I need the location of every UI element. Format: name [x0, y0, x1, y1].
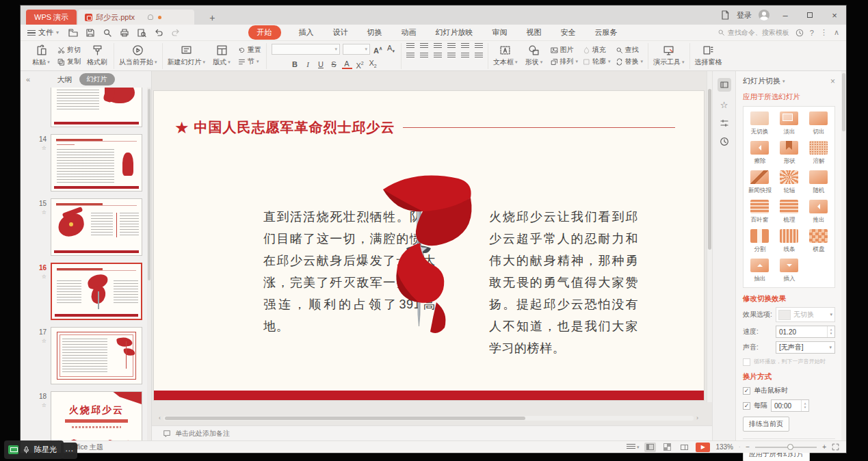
scrollbar-thumb[interactable]	[842, 73, 845, 131]
view-reading-button[interactable]	[679, 443, 690, 452]
effect-insert[interactable]: 插入	[774, 259, 804, 283]
text-direction-icon[interactable]	[475, 43, 483, 49]
chevron-down-icon[interactable]: ▾	[782, 79, 785, 84]
effect-pull[interactable]: 抽出	[745, 259, 774, 283]
decrease-indent-icon[interactable]	[434, 43, 442, 49]
cut-button[interactable]: 剪切	[57, 45, 81, 55]
tab-slideshow[interactable]: 幻灯片放映	[434, 25, 475, 40]
auto-advance-checkbox[interactable]: ✓	[743, 402, 750, 410]
textbox-button[interactable]: 文本框▾	[493, 44, 518, 67]
arrange-button[interactable]: 排列▾	[551, 57, 579, 66]
paste-button[interactable]: 粘贴▾	[29, 44, 53, 67]
section-button[interactable]: 节▾	[238, 57, 261, 66]
login-label[interactable]: 登录	[737, 10, 752, 21]
effect-blinds[interactable]: 百叶窗	[745, 200, 774, 224]
command-search[interactable]: 查找命令、搜索模板	[718, 28, 789, 38]
scrollbar-track[interactable]	[163, 416, 694, 421]
document-icon[interactable]	[720, 10, 730, 20]
effect-lines[interactable]: 线条	[774, 229, 804, 254]
slideshow-button[interactable]: ▶	[696, 443, 710, 452]
file-menu[interactable]: 文件 ▾	[27, 27, 59, 38]
pane-transition-icon[interactable]	[718, 78, 731, 92]
panel-scrollbar[interactable]	[841, 71, 846, 440]
tab-insert[interactable]: 插入	[298, 25, 315, 40]
maximize-button[interactable]	[801, 6, 819, 24]
scrollbar-thumb[interactable]	[165, 417, 525, 420]
tab-review[interactable]: 审阅	[491, 25, 509, 40]
effect-shape[interactable]: 形状	[774, 141, 804, 166]
pane-animation-icon[interactable]: ☆	[720, 101, 728, 109]
increase-font-button[interactable]: A∧	[373, 44, 383, 55]
find-button[interactable]: 查找	[616, 45, 644, 55]
fill-button[interactable]: 填充	[583, 45, 611, 55]
align-left-icon[interactable]	[406, 53, 415, 59]
more-menu-icon[interactable]: ⋮	[820, 28, 828, 37]
print-icon[interactable]	[120, 28, 129, 38]
tab-home[interactable]: 开始	[248, 25, 281, 40]
slides-tab[interactable]: 幻灯片	[79, 73, 115, 85]
on-click-checkbox[interactable]: ✓	[743, 387, 750, 395]
notes-toggle-button[interactable]: ▾	[627, 444, 640, 450]
vertical-scrollbar[interactable]	[707, 71, 712, 402]
increase-indent-icon[interactable]	[447, 43, 456, 49]
fit-screen-icon[interactable]	[832, 443, 839, 451]
outline-tab[interactable]: 大纲	[57, 75, 73, 85]
red-flag-sword-image[interactable]	[356, 168, 482, 345]
effect-wheel[interactable]: 轮辐	[774, 170, 804, 195]
shapes-button[interactable]: 形状▾	[523, 44, 546, 67]
tab-design[interactable]: 设计	[332, 25, 350, 40]
collapse-ribbon-icon[interactable]: ∧	[834, 28, 839, 37]
slide-thumbnail-15[interactable]	[51, 198, 142, 256]
spinner[interactable]: ∧▾	[801, 400, 808, 411]
effect-wipe[interactable]: 擦除	[745, 141, 774, 166]
panel-close-icon[interactable]: ×	[830, 77, 835, 86]
zoom-slider-knob[interactable]	[787, 444, 793, 450]
close-button[interactable]: ×	[826, 6, 843, 24]
align-right-icon[interactable]	[434, 53, 442, 59]
justify-icon[interactable]	[447, 53, 456, 59]
distribute-icon[interactable]	[461, 53, 469, 59]
new-slide-button[interactable]: 新建幻灯片▾	[168, 44, 206, 67]
avatar[interactable]	[759, 10, 770, 21]
spinner[interactable]: ∧▾	[827, 326, 834, 337]
slide-thumbnail-17[interactable]	[51, 327, 142, 384]
pane-history-icon[interactable]	[720, 137, 729, 146]
rehearse-button[interactable]: 排练当前页	[743, 417, 789, 432]
start-from-current-button[interactable]: 从当前开始▾	[119, 44, 157, 67]
zoom-out-button[interactable]: −	[746, 443, 750, 451]
selection-pane-button[interactable]: 选择窗格	[695, 44, 722, 67]
effect-newsflash[interactable]: 新闻快报	[745, 170, 774, 195]
slide-title[interactable]: 中国人民志愿军革命烈士邱少云	[194, 118, 395, 137]
slides-panel-scrollbar[interactable]	[147, 88, 151, 440]
sound-select[interactable]: [无声音] ▾	[776, 341, 835, 354]
overlay-more-button[interactable]: ⋯	[61, 443, 77, 459]
new-tab-button[interactable]: +	[204, 12, 220, 25]
layout-button[interactable]: 版式▾	[210, 44, 233, 67]
view-sorter-button[interactable]	[661, 443, 673, 452]
undo-icon[interactable]	[154, 28, 163, 38]
copy-button[interactable]: 复制	[57, 57, 81, 66]
effect-push[interactable]: 推出	[804, 200, 833, 224]
scroll-left-icon[interactable]: ‹	[159, 414, 161, 421]
font-size-combo[interactable]: ▾	[343, 44, 370, 55]
effect-fade[interactable]: 淡出	[774, 111, 804, 136]
font-family-combo[interactable]: ▾	[272, 44, 340, 55]
zoom-slider[interactable]	[755, 447, 817, 448]
redo-icon[interactable]	[171, 28, 181, 38]
subscript-button[interactable]: X2	[368, 58, 378, 71]
document-tab[interactable]: 邱少云.pptx	[78, 10, 194, 25]
view-normal-button[interactable]	[644, 443, 656, 452]
font-color-button[interactable]: A	[342, 60, 352, 69]
tab-animations[interactable]: 动画	[400, 25, 418, 40]
search-icon[interactable]	[103, 28, 112, 38]
help-icon[interactable]: ?	[810, 29, 814, 37]
effect-comb[interactable]: 梳理	[774, 200, 804, 224]
format-painter-button[interactable]: 格式刷	[86, 44, 109, 67]
scrollbar-thumb[interactable]	[708, 89, 711, 250]
effect-option-select[interactable]: 无切换 ▾	[776, 307, 835, 322]
app-tab-wps[interactable]: WPS 演示	[26, 10, 77, 25]
slide-thumbnail-13[interactable]	[51, 88, 142, 127]
present-tools-button[interactable]: 演示工具▾	[653, 44, 685, 67]
loop-checkbox[interactable]	[743, 358, 750, 366]
tab-security[interactable]: 安全	[560, 25, 577, 40]
